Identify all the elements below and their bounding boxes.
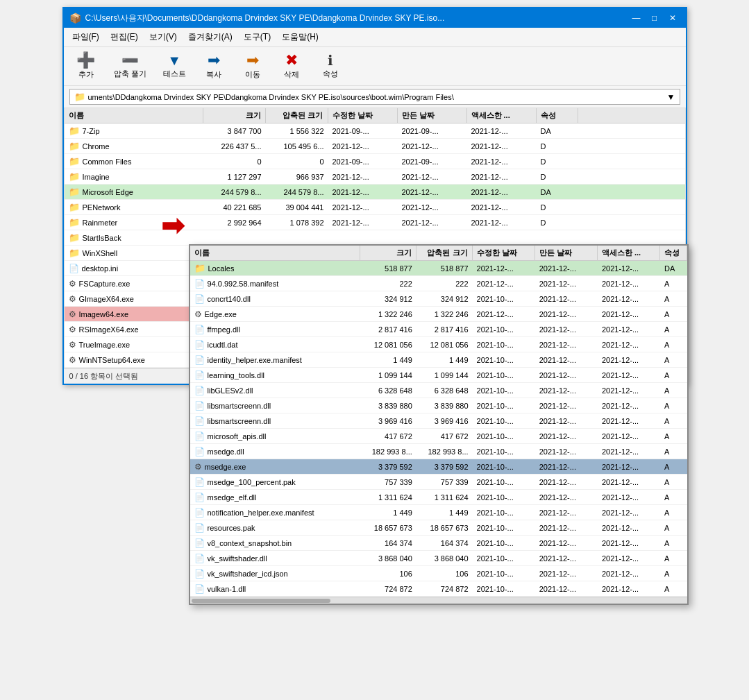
item-name: ⚙ Imagew64.exe — [65, 308, 203, 321]
add-button[interactable]: ➕ 추가 — [72, 51, 100, 81]
item-mod: 2021-12-... — [328, 171, 398, 182]
item-mod: 2021-09-... — [328, 126, 398, 137]
popup-item[interactable]: 📄 notification_helper.exe.manifest 1 449… — [190, 505, 687, 520]
list-item[interactable]: 📁 7-Zip 3 847 700 1 556 322 2021-09-... … — [65, 123, 685, 139]
popup-item[interactable]: 📄 identity_helper.exe.manifest 1 449 1 4… — [190, 352, 687, 368]
item-cre: 2021-12-... — [398, 217, 467, 228]
popup-item-comp: 12 081 056 — [416, 339, 473, 350]
list-item[interactable]: 📁 Rainmeter 2 992 964 1 078 392 2021-12-… — [65, 215, 685, 230]
popup-item[interactable]: 📄 microsoft_apis.dll 417 672 417 672 202… — [190, 429, 687, 444]
popup-item-size: 182 993 8... — [360, 446, 416, 457]
popup-col-name[interactable]: 이름 — [190, 246, 361, 260]
popup-item[interactable]: 📄 vk_swiftshader_icd.json 106 106 2021-1… — [190, 566, 687, 581]
col-header-accessed[interactable]: 액세스한 ... — [467, 108, 537, 123]
popup-col-cre[interactable]: 만든 날짜 — [535, 246, 598, 260]
folder-icon: 📁 — [69, 126, 80, 136]
address-bar[interactable]: 📁 uments\DDdangkoma Drvindex SKY PE\Ddan… — [69, 89, 680, 105]
popup-scrollbar[interactable] — [190, 597, 687, 604]
popup-item-name: 📄 microsoft_apis.dll — [190, 430, 361, 443]
msedge-exe-item[interactable]: ⚙ msedge.exe 3 379 592 3 379 592 2021-10… — [190, 459, 687, 475]
item-mod — [328, 237, 398, 239]
menu-view[interactable]: 보기(V) — [144, 29, 183, 45]
popup-item[interactable]: 📄 94.0.992.58.manifest 222 222 2021-12-.… — [190, 276, 687, 291]
popup-item[interactable]: ⚙ Edge.exe 1 322 246 1 322 246 2021-12-.… — [190, 307, 687, 322]
popup-item-mod: 2021-10-... — [473, 355, 535, 366]
popup-item-attr: A — [660, 293, 687, 305]
popup-col-attr[interactable]: 속성 — [660, 246, 687, 260]
minimize-button[interactable]: — — [629, 12, 644, 24]
col-header-size[interactable]: 크기 — [203, 108, 266, 123]
exe-icon: ⚙ — [194, 462, 202, 472]
popup-item[interactable]: 📄 vulkan-1.dll 724 872 724 872 2021-10-.… — [190, 581, 687, 597]
popup-item[interactable]: 📄 libsmartscreenn.dll 3 839 880 3 839 88… — [190, 398, 687, 413]
properties-button[interactable]: ℹ 속성 — [317, 52, 344, 80]
list-item[interactable]: 📁 StartIsBack — [65, 230, 685, 246]
popup-item[interactable]: 📄 learning_tools.dll 1 099 144 1 099 144… — [190, 368, 687, 383]
popup-col-comp[interactable]: 압축된 크기 — [416, 246, 473, 260]
dll-icon: 📄 — [194, 416, 205, 426]
dll-icon: 📄 — [194, 447, 205, 456]
main-window: 📦 C:\Users\사용자\Documents\DDdangkoma Drvi… — [62, 7, 687, 385]
title-controls: — □ ✕ — [629, 12, 680, 24]
delete-button[interactable]: ✖ 삭제 — [278, 51, 305, 81]
scrollbar-thumb[interactable] — [192, 599, 330, 603]
menu-help[interactable]: 도움말(H) — [276, 29, 324, 45]
list-item[interactable]: 📁 Common Files 0 0 2021-09-... 2021-09-.… — [65, 154, 685, 169]
popup-item[interactable]: 📄 vk_swiftshader.dll 3 868 040 3 868 040… — [190, 551, 687, 566]
microsoft-edge-item[interactable]: 📁 Microsoft Edge 244 579 8... 244 579 8.… — [65, 185, 685, 200]
extract-button[interactable]: ➖ 압축 풀기 — [111, 52, 149, 80]
list-header: 이름 크기 압축된 크기 수정한 날짜 만든 날짜 액세스한 ... 속성 — [65, 108, 685, 123]
folder-icon: 📁 — [74, 92, 85, 102]
popup-item[interactable]: 📄 resources.pak 18 657 673 18 657 673 20… — [190, 520, 687, 536]
move-button[interactable]: ➡ 이동 — [239, 51, 267, 81]
list-item[interactable]: 📁 Chrome 226 437 5... 105 495 6... 2021-… — [65, 139, 685, 154]
item-attr: DA — [537, 187, 578, 198]
col-header-name[interactable]: 이름 — [65, 108, 203, 123]
popup-item-name: 📄 vk_swiftshader_icd.json — [190, 567, 361, 580]
popup-item-mod: 2021-10-... — [473, 522, 535, 533]
popup-item[interactable]: 📄 icudtl.dat 12 081 056 12 081 056 2021-… — [190, 337, 687, 352]
col-header-attr[interactable]: 속성 — [537, 108, 578, 123]
popup-item[interactable]: 📄 libsmartscreenn.dll 3 969 416 3 969 41… — [190, 413, 687, 429]
list-item[interactable]: 📁 PENetwork 40 221 685 39 004 441 2021-1… — [65, 200, 685, 215]
title-bar: 📦 C:\Users\사용자\Documents\DDdangkoma Drvi… — [64, 8, 686, 28]
popup-item-attr: A — [660, 446, 687, 457]
dropdown-arrow-icon[interactable]: ▼ — [667, 92, 675, 102]
popup-item[interactable]: 📄 concrt140.dll 324 912 324 912 2021-10-… — [190, 291, 687, 307]
item-size — [203, 237, 266, 239]
popup-item[interactable]: 📄 libGLESv2.dll 6 328 648 6 328 648 2021… — [190, 383, 687, 398]
copy-button[interactable]: ➡ 복사 — [200, 51, 228, 81]
col-header-comp[interactable]: 압축된 크기 — [266, 108, 328, 123]
popup-col-mod[interactable]: 수정한 날짜 — [473, 246, 535, 260]
popup-item-comp: 3 379 592 — [416, 461, 473, 472]
popup-item-name: 📄 identity_helper.exe.manifest — [190, 354, 361, 366]
popup-col-size[interactable]: 크기 — [360, 246, 416, 260]
popup-item-cre: 2021-12-... — [535, 400, 598, 411]
popup-col-acc[interactable]: 액세스한 ... — [598, 246, 660, 260]
popup-item-comp: 1 449 — [416, 507, 473, 518]
popup-item-size: 12 081 056 — [360, 339, 416, 350]
popup-item[interactable]: 📁 Locales 518 877 518 877 2021-12-... 20… — [190, 261, 687, 276]
move-label: 이동 — [245, 69, 260, 80]
file-icon: 📄 — [194, 477, 205, 487]
list-item[interactable]: 📁 Imagine 1 127 297 966 937 2021-12-... … — [65, 169, 685, 185]
maximize-button[interactable]: □ — [647, 12, 662, 24]
menu-tools[interactable]: 도구(T) — [238, 29, 276, 45]
popup-item-comp: 757 339 — [416, 477, 473, 488]
col-header-created[interactable]: 만든 날짜 — [398, 108, 467, 123]
popup-item[interactable]: 📄 msedge_elf.dll 1 311 624 1 311 624 202… — [190, 490, 687, 505]
menu-edit[interactable]: 편집(E) — [105, 29, 144, 45]
popup-item[interactable]: 📄 v8_context_snapshot.bin 164 374 164 37… — [190, 536, 687, 551]
popup-item[interactable]: 📄 msedge_100_percent.pak 757 339 757 339… — [190, 475, 687, 490]
col-header-modified[interactable]: 수정한 날짜 — [328, 108, 398, 123]
popup-item-comp: 3 868 040 — [416, 553, 473, 564]
popup-header: 이름 크기 압축된 크기 수정한 날짜 만든 날짜 액세스한 ... 속성 — [190, 246, 687, 261]
close-button[interactable]: ✕ — [665, 12, 680, 24]
popup-item[interactable]: 📄 ffmpeg.dll 2 817 416 2 817 416 2021-10… — [190, 322, 687, 337]
popup-item-comp: 1 322 246 — [416, 309, 473, 320]
test-button[interactable]: ▼ 테스트 — [160, 52, 189, 80]
popup-item[interactable]: 📄 msedge.dll 182 993 8... 182 993 8... 2… — [190, 444, 687, 459]
menu-favorites[interactable]: 즐겨찾기(A) — [183, 29, 238, 45]
menu-file[interactable]: 파일(F) — [67, 29, 105, 45]
item-cre: 2021-12-... — [398, 187, 467, 198]
